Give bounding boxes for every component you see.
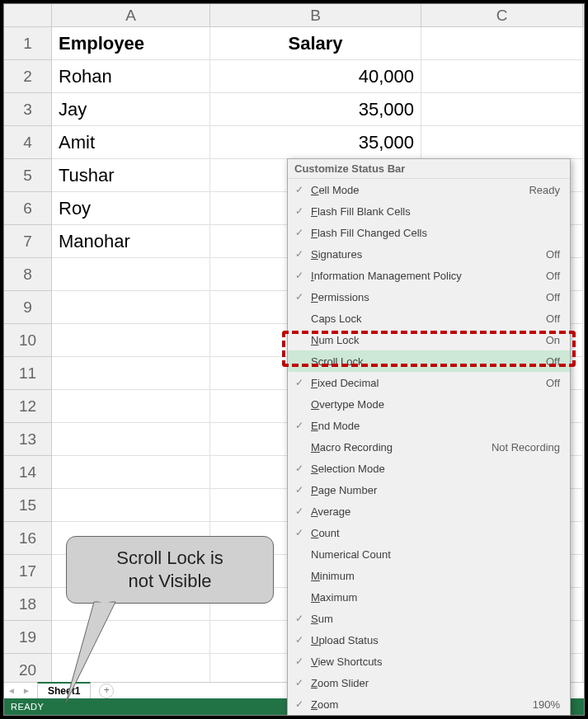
menu-item[interactable]: ✓Flash Fill Blank Cells: [288, 200, 570, 222]
menu-item[interactable]: ✓PermissionsOff: [288, 286, 570, 308]
row-header[interactable]: 4: [4, 126, 52, 159]
row-header[interactable]: 17: [4, 555, 52, 588]
row-header[interactable]: 15: [4, 489, 52, 522]
menu-item[interactable]: ✓Zoom Slider: [288, 672, 570, 693]
cell[interactable]: Amit: [52, 126, 210, 159]
menu-item[interactable]: Minimum: [288, 565, 570, 586]
row-header[interactable]: 8: [4, 258, 52, 291]
cell[interactable]: [52, 456, 210, 489]
row-header[interactable]: 12: [4, 390, 52, 423]
row-header[interactable]: 16: [4, 522, 52, 555]
cell[interactable]: [52, 588, 210, 621]
menu-item-label: Scroll Lock: [311, 355, 546, 368]
menu-item[interactable]: Overtype Mode: [288, 393, 570, 415]
menu-item[interactable]: ✓Fixed DecimalOff: [288, 372, 570, 393]
menu-item-label: Sum: [311, 613, 560, 625]
column-header-a[interactable]: A: [52, 4, 210, 27]
menu-item[interactable]: Scroll LockOff: [288, 350, 570, 372]
row-header[interactable]: 5: [4, 159, 52, 192]
menu-item-status: Off: [546, 270, 563, 282]
cell[interactable]: [52, 258, 210, 291]
cell[interactable]: [421, 60, 583, 93]
tab-nav-left-icon[interactable]: ◄: [4, 686, 19, 695]
menu-item[interactable]: ✓Average: [288, 500, 570, 522]
cell[interactable]: [421, 126, 583, 159]
row-header[interactable]: 19: [4, 621, 52, 654]
row-header[interactable]: 2: [4, 60, 52, 93]
cell[interactable]: [52, 324, 210, 357]
check-icon: ✓: [288, 484, 311, 496]
cell[interactable]: [421, 93, 583, 126]
row-header[interactable]: 18: [4, 588, 52, 621]
cell[interactable]: Rohan: [52, 60, 210, 93]
menu-item[interactable]: ✓Upload Status: [288, 629, 570, 651]
row-header[interactable]: 11: [4, 357, 52, 390]
cell[interactable]: Salary: [210, 27, 421, 60]
check-icon: ✓: [288, 184, 311, 195]
cell[interactable]: [52, 555, 210, 588]
menu-item[interactable]: ✓Sum: [288, 608, 570, 629]
column-header-b[interactable]: B: [210, 4, 421, 27]
row-header[interactable]: 20: [4, 654, 52, 682]
cell[interactable]: [52, 522, 210, 555]
cell[interactable]: 35,000: [210, 93, 421, 126]
menu-item[interactable]: Num LockOn: [288, 329, 570, 350]
menu-item-status: Off: [546, 291, 563, 303]
check-icon: ✓: [288, 227, 311, 238]
cell[interactable]: [52, 654, 210, 682]
menu-item[interactable]: ✓Flash Fill Changed Cells: [288, 222, 570, 243]
menu-item[interactable]: ✓Count: [288, 522, 570, 543]
check-icon: ✓: [288, 505, 311, 517]
grid-row: 4Amit35,000: [4, 126, 584, 159]
row-header[interactable]: 7: [4, 225, 52, 258]
cell[interactable]: Manohar: [52, 225, 210, 258]
cell[interactable]: 40,000: [210, 60, 421, 93]
row-header[interactable]: 14: [4, 456, 52, 489]
menu-item-status: 190%: [533, 698, 563, 711]
menu-item[interactable]: ✓Information Management PolicyOff: [288, 265, 570, 286]
menu-item-label: Overtype Mode: [311, 398, 560, 411]
menu-item-status: Off: [546, 355, 563, 368]
menu-item[interactable]: ✓SignaturesOff: [288, 243, 570, 265]
row-header[interactable]: 6: [4, 192, 52, 225]
menu-item[interactable]: ✓Selection Mode: [288, 458, 570, 479]
menu-item-label: Macro Recording: [311, 441, 492, 453]
row-header[interactable]: 13: [4, 423, 52, 456]
cell[interactable]: Employee: [52, 27, 210, 60]
cell[interactable]: Jay: [52, 93, 210, 126]
menu-item[interactable]: Caps LockOff: [288, 308, 570, 329]
menu-item-label: Zoom Slider: [311, 677, 560, 689]
cell[interactable]: Tushar: [52, 159, 210, 192]
tab-nav-right-icon[interactable]: ►: [19, 686, 34, 695]
menu-item-label: Cell Mode: [311, 184, 529, 196]
row-header[interactable]: 3: [4, 93, 52, 126]
cell[interactable]: [52, 621, 210, 654]
menu-item[interactable]: Macro RecordingNot Recording: [288, 436, 570, 458]
cell[interactable]: [52, 291, 210, 324]
menu-item[interactable]: Numerical Count: [288, 543, 570, 565]
check-icon: ✓: [288, 377, 311, 388]
menu-item-label: Caps Lock: [311, 313, 546, 325]
cell[interactable]: [52, 489, 210, 522]
column-header-c[interactable]: C: [421, 4, 583, 27]
menu-item[interactable]: ✓View Shortcuts: [288, 651, 570, 672]
menu-item-label: Average: [311, 505, 560, 518]
menu-item[interactable]: Maximum: [288, 586, 570, 608]
menu-item[interactable]: ✓Page Number: [288, 479, 570, 500]
row-header[interactable]: 9: [4, 291, 52, 324]
menu-item[interactable]: ✓Cell ModeReady: [288, 179, 570, 200]
cell[interactable]: [52, 357, 210, 390]
menu-item[interactable]: ✓End Mode: [288, 415, 570, 436]
add-sheet-button[interactable]: +: [99, 684, 114, 698]
select-all-corner[interactable]: [4, 4, 52, 27]
sheet-tab-sheet1[interactable]: Sheet1: [37, 682, 91, 698]
cell[interactable]: [52, 390, 210, 423]
menu-item[interactable]: ✓Zoom190%: [288, 693, 570, 715]
row-header[interactable]: 1: [4, 27, 52, 60]
menu-item-status: Off: [546, 377, 563, 389]
row-header[interactable]: 10: [4, 324, 52, 357]
cell[interactable]: [421, 27, 583, 60]
cell[interactable]: [52, 423, 210, 456]
cell[interactable]: 35,000: [210, 126, 421, 159]
cell[interactable]: Roy: [52, 192, 210, 225]
